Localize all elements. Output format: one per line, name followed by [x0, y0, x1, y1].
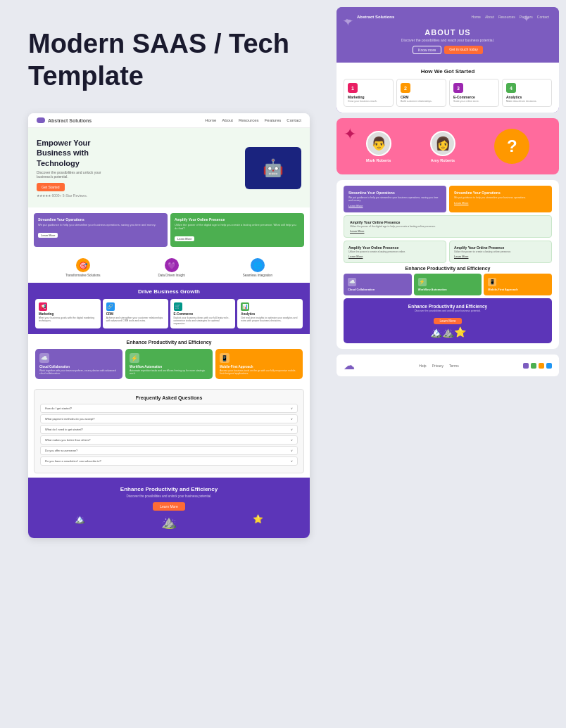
marketing-icon: 📢 — [39, 302, 47, 311]
hero-cta-button[interactable]: Get Started — [37, 183, 65, 191]
prod-card-cloud: ☁️ Cloud Collaboration Work together wit… — [35, 349, 122, 379]
faq-item-6[interactable]: Do you have a newsletter I can subscribe… — [40, 456, 298, 466]
website-preview: Abstract Solutions Home About Resources … — [28, 113, 310, 538]
about-logo-cloud-icon — [346, 14, 355, 20]
ecommerce-icon: 🛒 — [174, 302, 182, 311]
growth-card-marketing: 📢 Marketing Meet your business goals wit… — [35, 299, 101, 328]
know-more-button[interactable]: Know more — [413, 46, 441, 54]
right-panel: ✦ ✦ Abstract Solutions Home About Resour… — [329, 0, 566, 728]
page-title: Modern SAAS / Tech Template — [28, 28, 308, 92]
cta-mountains: 🏔️ ⛰️ ⭐ — [37, 514, 301, 530]
preview-cta: Enhance Productivity and Efficiency Disc… — [28, 478, 310, 538]
hero-image: 🤖 — [245, 147, 301, 189]
icon-integration: 🌐 Seamless Integration — [243, 258, 272, 277]
footer-color-swatches — [523, 363, 552, 369]
preview-growth: Drive Business Growth 📢 Marketing Meet y… — [28, 283, 310, 334]
how-started: How We Got Started 1 Marketing Grow your… — [337, 63, 559, 113]
amplify-half-2: Amplify Your Online Presence Utilize the… — [449, 241, 552, 263]
target-icon: 🎯 — [76, 258, 90, 272]
icon-transformative: 🎯 Transformative Solutions — [65, 258, 101, 277]
num-1: 1 — [348, 83, 358, 93]
started-card-marketing: 1 Marketing Grow your business reach. — [344, 79, 394, 107]
preview-nav-links: Home About Resources Features Contact — [205, 118, 301, 122]
faq-item-5[interactable]: Do you offer a username? ∨ — [40, 446, 298, 455]
amplify-learn-more[interactable]: Learn More — [350, 229, 546, 233]
num-4: 4 — [506, 83, 516, 93]
footer-link-help[interactable]: Help — [419, 364, 426, 368]
cta-learn-more-button[interactable]: Learn More — [153, 502, 185, 511]
productivity-cards: ☁️ Cloud Collaboration Work together wit… — [35, 349, 303, 379]
footer-link-terms[interactable]: Terms — [449, 364, 459, 368]
started-cards: 1 Marketing Grow your business reach. 2 … — [344, 79, 552, 107]
cta-decoration: 🏔️⛰️⭐ — [349, 326, 546, 338]
left-panel: Modern SAAS / Tech Template Abstract Sol… — [0, 0, 329, 728]
avatar-amy-name: Amy Roberts — [431, 158, 455, 162]
learn-more-link[interactable]: Learn More — [348, 204, 441, 207]
avatar-mark-name: Mark Roberts — [366, 158, 391, 162]
footer-links: Help Privacy Terms — [419, 364, 458, 368]
enhance-cta-card: Enhance Productivity and Efficiency Disc… — [344, 298, 552, 343]
color-swatch-orange — [539, 363, 544, 369]
logo-cloud-icon — [37, 117, 45, 123]
mobile-icon: 📱 — [220, 353, 229, 363]
growth-card-ecommerce: 🛒 E-Commerce Exploit your business ideas… — [170, 299, 236, 328]
features-row: Streamline Your Operations We put guidan… — [344, 186, 552, 212]
growth-card-crm: 🔗 CRM Achieve and strengthen your custom… — [103, 299, 168, 328]
feature-card-amplify: Amplify Your Online Presence Utilize the… — [170, 213, 304, 247]
workflow-auto-icon: ⚡ — [418, 278, 427, 286]
learn-more-btn-2[interactable]: Learn More — [175, 236, 194, 241]
feat-card-streamline-2: Streamline Your Operations We put guidan… — [449, 186, 552, 212]
color-swatch-green — [531, 363, 536, 369]
faq-item-3[interactable]: What do I need to get started? ∨ — [40, 425, 298, 434]
about-header: ✦ ✦ Abstract Solutions Home About Resour… — [337, 7, 559, 63]
chevron-down-icon: ∨ — [291, 459, 293, 463]
avatar-amy-image: 👩 — [430, 131, 455, 156]
testimonials-card: ✦ 👨 Mark Roberts 👩 Amy Roberts ? — [337, 118, 559, 174]
icon-data: 💜 Data Driven Insight — [158, 258, 185, 277]
amplify-half-learn-more-2[interactable]: Learn More — [454, 255, 547, 258]
about-nav: Abstract Solutions Home About Resources … — [346, 14, 549, 20]
learn-more-link-2[interactable]: Learn More — [454, 201, 547, 205]
num-3: 3 — [453, 83, 463, 93]
chevron-down-icon: ∨ — [291, 407, 293, 410]
right-footer: ☁ Help Privacy Terms — [337, 355, 559, 376]
about-card: ✦ ✦ Abstract Solutions Home About Resour… — [337, 7, 559, 113]
color-swatch-blue — [546, 363, 552, 369]
enhance-card-cloud: ☁️ Cloud Collaboration — [344, 274, 412, 295]
enhance-section-title: Enhance Productivity and Efficiency — [344, 266, 552, 271]
chevron-down-icon: ∨ — [291, 438, 293, 442]
crm-icon: 🔗 — [106, 302, 115, 311]
enhance-learn-more-button[interactable]: Learn More — [434, 318, 461, 324]
mountain-icon-2: ⛰️ — [161, 514, 177, 530]
growth-cards: 📢 Marketing Meet your business goals wit… — [35, 299, 303, 328]
testimonials-star-icon: ✦ — [344, 125, 356, 143]
hero-text: Empower Your Business with Technology Di… — [37, 138, 107, 198]
question-mark-icon: ? — [494, 129, 529, 164]
faq-item-4[interactable]: What makes you better than others? ∨ — [40, 435, 298, 445]
preview-hero: Empower Your Business with Technology Di… — [28, 128, 310, 207]
faq-item-1[interactable]: How do I get started? ∨ — [40, 404, 298, 413]
learn-more-btn[interactable]: Learn More — [38, 233, 58, 238]
enhance-cards-row: ☁️ Cloud Collaboration ⚡ Workflow Automa… — [344, 274, 552, 295]
star-icon: ⭐ — [253, 514, 263, 530]
amplify-half-learn-more-1[interactable]: Learn More — [348, 255, 441, 258]
get-in-touch-button[interactable]: Get in touch today — [444, 46, 483, 54]
analytics-icon: 📊 — [241, 302, 249, 311]
amplify-row: Amplify Your Online Presence Utilize the… — [344, 241, 552, 263]
footer-link-privacy[interactable]: Privacy — [432, 364, 444, 368]
about-logo: Abstract Solutions — [346, 14, 394, 20]
preview-features: Streamline Your Operations We put guidan… — [28, 207, 310, 253]
started-card-crm: 2 CRM Build customer relationships. — [396, 79, 446, 107]
enhance-card-workflow: ⚡ Workflow Automation — [414, 274, 482, 295]
num-2: 2 — [401, 83, 410, 93]
amplify-half-1: Amplify Your Online Presence Utilize the… — [344, 241, 446, 263]
workflow-icon: ⚡ — [130, 353, 139, 363]
about-nav-links: Home About Resources Partners Contact — [472, 15, 549, 19]
faq-item-2[interactable]: What payment methods do you accept? ∨ — [40, 414, 298, 423]
preview-productivity: Enhance Productivity and Efficiency ☁️ C… — [28, 334, 310, 385]
prod-card-workflow: ⚡ Workflow Automation Automate repetitiv… — [125, 349, 213, 379]
started-card-ecommerce: 3 E-Commerce Scale your online store. — [449, 79, 499, 107]
preview-faq: Frequently Asked Questions How do I get … — [34, 389, 304, 473]
globe-icon: 🌐 — [251, 258, 265, 272]
heart-icon: 💜 — [165, 258, 179, 272]
